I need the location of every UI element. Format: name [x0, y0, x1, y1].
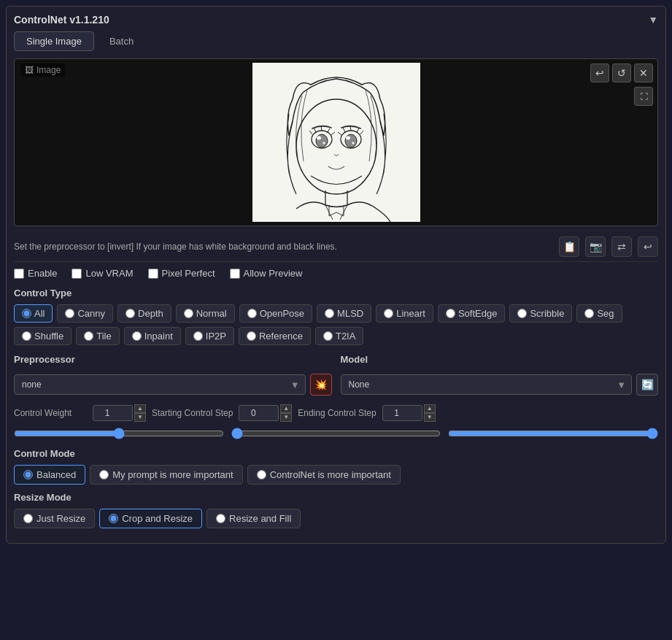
resize-mode-just_resize[interactable]: Just Resize — [14, 509, 95, 528]
control-type-depth[interactable]: Depth — [117, 304, 171, 323]
control-type-radio-depth[interactable] — [125, 309, 135, 318]
info-back-btn[interactable]: ↩ — [638, 236, 658, 257]
ending-step-spin-up[interactable]: ▲ — [424, 404, 436, 413]
control-type-tile[interactable]: Tile — [76, 327, 119, 345]
preprocessor-select-wrapper: none ▼ — [14, 374, 306, 395]
control-mode-radio-balanced[interactable] — [23, 470, 33, 479]
control-weight-label: Control Weight — [14, 408, 87, 418]
control-type-lineart[interactable]: Lineart — [376, 304, 433, 323]
tab-batch[interactable]: Batch — [97, 31, 146, 51]
model-select[interactable]: None — [341, 374, 633, 395]
control-type-radio-tile[interactable] — [84, 331, 93, 341]
control-type-radio-ip2p[interactable] — [193, 331, 203, 341]
image-undo-btn[interactable]: ↩ — [590, 63, 609, 82]
resize-mode-radio-just_resize[interactable] — [23, 514, 33, 523]
resize-mode-section: Resize Mode Just Resize Crop and Resize … — [14, 492, 658, 528]
sliders-section: Control Weight ▲ ▼ Starting Control Step… — [14, 404, 658, 439]
info-camera-btn[interactable]: 📷 — [585, 236, 606, 257]
svg-point-3 — [316, 134, 328, 147]
svg-point-4 — [317, 136, 321, 140]
control-type-radio-inpaint[interactable] — [132, 331, 142, 341]
control-type-radio-mlsd[interactable] — [325, 309, 334, 318]
info-doc-btn[interactable]: 📋 — [559, 236, 579, 257]
resize-mode-radio-crop_resize[interactable] — [109, 514, 118, 523]
control-mode-group: Balanced My prompt is more important Con… — [14, 465, 658, 485]
control-type-radio-reference[interactable] — [247, 331, 256, 341]
control-type-radio-t2ia[interactable] — [323, 331, 333, 341]
control-type-radio-softedge[interactable] — [446, 309, 455, 318]
control-type-all[interactable]: All — [14, 304, 53, 323]
starting-step-input[interactable] — [239, 405, 279, 421]
image-close-btn[interactable]: ✕ — [634, 63, 653, 82]
ending-step-label: Ending Control Step — [298, 408, 376, 418]
image-upload-area[interactable]: 🖼 Image — [14, 58, 658, 226]
tab-single-image[interactable]: Single Image — [14, 31, 94, 51]
resize-mode-crop_resize[interactable]: Crop and Resize — [99, 509, 202, 528]
starting-step-spin-down[interactable]: ▼ — [280, 413, 292, 422]
control-type-softedge[interactable]: SoftEdge — [438, 304, 506, 323]
preprocessor-select[interactable]: none — [14, 374, 306, 395]
low-vram-checkbox[interactable] — [72, 269, 82, 279]
image-redo-btn[interactable]: ↺ — [612, 63, 631, 82]
ending-step-spin-down[interactable]: ▼ — [424, 413, 436, 422]
model-row: None ▼ 🔄 — [341, 374, 659, 396]
allow-preview-checkbox-label[interactable]: Allow Preview — [230, 268, 303, 279]
control-mode-radio-controlnet_more[interactable] — [257, 470, 266, 479]
control-weight-spin-up[interactable]: ▲ — [134, 404, 146, 413]
control-mode-radio-prompt_more[interactable] — [99, 470, 109, 479]
panel-title: ControlNet v1.1.210 — [14, 14, 109, 26]
control-type-t2ia[interactable]: T2IA — [315, 327, 363, 345]
control-type-reference[interactable]: Reference — [239, 327, 311, 345]
resize-mode-radio-resize_fill[interactable] — [216, 514, 225, 523]
allow-preview-checkbox[interactable] — [230, 269, 240, 279]
control-type-scribble[interactable]: Scribble — [509, 304, 572, 323]
control-mode-prompt_more[interactable]: My prompt is more important — [90, 465, 242, 485]
pixel-perfect-checkbox-label[interactable]: Pixel Perfect — [148, 268, 215, 279]
preprocessor-field: Preprocessor none ▼ 💥 — [14, 354, 332, 396]
control-type-radio-all[interactable] — [22, 309, 31, 318]
control-type-radio-scribble[interactable] — [517, 309, 527, 318]
model-refresh-btn[interactable]: 🔄 — [636, 374, 658, 396]
panel-collapse-btn[interactable]: ▼ — [648, 14, 658, 26]
control-type-mlsd[interactable]: MLSD — [317, 304, 371, 323]
pixel-perfect-checkbox[interactable] — [148, 269, 158, 279]
control-mode-balanced[interactable]: Balanced — [14, 465, 85, 485]
resize-mode-resize_fill[interactable]: Resize and Fill — [206, 509, 301, 528]
control-type-openpose[interactable]: OpenPose — [239, 304, 312, 323]
control-type-shuffle[interactable]: Shuffle — [14, 327, 72, 345]
control-type-radio-canny[interactable] — [65, 309, 74, 318]
control-type-radio-openpose[interactable] — [247, 309, 257, 318]
info-swap-btn[interactable]: ⇄ — [611, 236, 632, 257]
control-type-radio-lineart[interactable] — [384, 309, 393, 318]
low-vram-checkbox-label[interactable]: Low VRAM — [72, 268, 133, 279]
control-mode-label: Control Mode — [14, 448, 658, 459]
controlnet-panel: ControlNet v1.1.210 ▼ Single Image Batch… — [6, 6, 666, 544]
svg-point-8 — [346, 136, 350, 140]
slider-tracks — [14, 428, 658, 439]
preprocessor-label: Preprocessor — [14, 354, 332, 365]
control-type-normal[interactable]: Normal — [176, 304, 235, 323]
control-type-radio-normal[interactable] — [184, 309, 193, 318]
control-type-inpaint[interactable]: Inpaint — [124, 327, 181, 345]
image-fullscreen-btn[interactable]: ⛶ — [634, 87, 653, 106]
starting-step-slider[interactable] — [231, 428, 441, 439]
control-weight-slider[interactable] — [14, 428, 224, 439]
preprocessor-row: none ▼ 💥 — [14, 374, 332, 396]
enable-checkbox[interactable] — [14, 269, 24, 279]
control-type-ip2p[interactable]: IP2P — [185, 327, 234, 345]
control-weight-row: Control Weight ▲ ▼ Starting Control Step… — [14, 404, 658, 422]
control-type-seg[interactable]: Seg — [576, 304, 622, 323]
control-type-radio-shuffle[interactable] — [22, 331, 31, 341]
control-weight-input[interactable] — [93, 405, 133, 421]
starting-step-spin-up[interactable]: ▲ — [280, 404, 292, 413]
enable-checkbox-label[interactable]: Enable — [14, 268, 57, 279]
control-type-radio-seg[interactable] — [584, 309, 594, 318]
preprocessor-fire-btn[interactable]: 💥 — [310, 374, 332, 396]
control-weight-spin-down[interactable]: ▼ — [134, 413, 146, 422]
model-label: Model — [341, 354, 659, 365]
ending-step-slider[interactable] — [448, 428, 658, 439]
control-mode-controlnet_more[interactable]: ControlNet is more important — [247, 465, 401, 485]
info-bar: Set the preprocessor to [invert] If your… — [14, 232, 658, 262]
ending-step-input[interactable] — [382, 405, 422, 421]
control-type-canny[interactable]: Canny — [57, 304, 113, 323]
